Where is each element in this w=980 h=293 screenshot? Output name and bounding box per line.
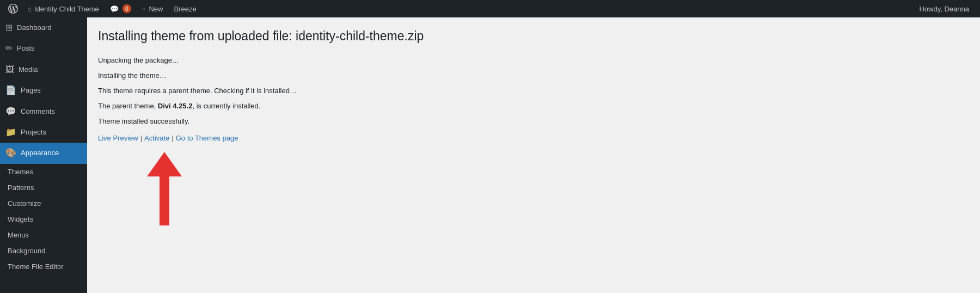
- log-line-4-post: , is currently installed.: [192, 102, 260, 110]
- red-up-arrow: [147, 152, 182, 225]
- admin-bar: ⌂ Identity Child Theme 💬 0 + New Breeze …: [0, 0, 980, 17]
- sidebar-label-comments: Comments: [21, 107, 55, 117]
- sidebar-sub-themes[interactable]: Themes: [0, 164, 87, 180]
- plus-icon: +: [142, 5, 146, 13]
- adminbar-comments[interactable]: 💬 0: [105, 0, 137, 17]
- sidebar-label-posts: Posts: [17, 44, 35, 53]
- goto-themes-link[interactable]: Go to Themes page: [176, 134, 238, 142]
- activate-link[interactable]: Activate: [144, 134, 169, 142]
- media-icon: 🖼: [5, 64, 14, 76]
- sidebar-item-appearance[interactable]: 🎨 Appearance: [0, 143, 87, 163]
- action-links: Live Preview|Activate|Go to Themes page: [98, 134, 969, 142]
- log-line-2: Installing the theme…: [98, 69, 969, 83]
- log-line-4-bold: Divi 4.25.2: [158, 102, 193, 110]
- sidebar-sub-patterns[interactable]: Patterns: [0, 180, 87, 196]
- log-line-4: The parent theme, Divi 4.25.2, is curren…: [98, 99, 969, 113]
- sidebar-sub-background[interactable]: Background: [0, 243, 87, 259]
- comments-count: 0: [122, 4, 131, 13]
- live-preview-link[interactable]: Live Preview: [98, 134, 138, 142]
- sidebar-label-media: Media: [19, 65, 38, 75]
- log-line-3: This theme requires a parent theme. Chec…: [98, 84, 969, 98]
- log-line-1: Unpacking the package…: [98, 53, 969, 68]
- install-log: Unpacking the package… Installing the th…: [98, 53, 969, 129]
- dashboard-icon: ⊞: [5, 22, 13, 34]
- sidebar-label-pages: Pages: [21, 86, 41, 95]
- new-label: New: [149, 5, 163, 13]
- sidebar-sub-customize[interactable]: Customize: [0, 196, 87, 211]
- sidebar-sub-menus[interactable]: Menus: [0, 227, 87, 243]
- adminbar-site-home[interactable]: ⌂ Identity Child Theme: [22, 0, 105, 17]
- posts-icon: ✏: [5, 42, 13, 54]
- sidebar-item-media[interactable]: 🖼 Media: [0, 59, 87, 80]
- sidebar-label-dashboard: Dashboard: [17, 23, 52, 33]
- sidebar-item-dashboard[interactable]: ⊞ Dashboard: [0, 17, 87, 38]
- wp-logo[interactable]: [4, 0, 22, 17]
- sidebar-label-appearance: Appearance: [21, 148, 59, 158]
- sidebar: ⊞ Dashboard ✏ Posts 🖼 Media 📄 Pages 💬 Co…: [0, 17, 87, 293]
- adminbar-plugin[interactable]: Breeze: [168, 0, 201, 17]
- comments-icon: 💬: [5, 106, 16, 118]
- site-name: Identity Child Theme: [34, 5, 99, 13]
- arrow-annotation: [98, 152, 969, 225]
- appearance-icon: 🎨: [5, 147, 16, 159]
- howdy-text: Howdy, Deanna: [919, 5, 969, 13]
- sep-1: |: [140, 134, 142, 142]
- page-title: Installing theme from uploaded file: ide…: [98, 28, 969, 45]
- log-line-4-pre: The parent theme,: [98, 102, 158, 110]
- projects-icon: 📁: [5, 126, 16, 138]
- sidebar-item-projects[interactable]: 📁 Projects: [0, 122, 87, 143]
- adminbar-new[interactable]: + New: [137, 0, 169, 17]
- plugin-label: Breeze: [174, 5, 196, 13]
- home-icon: ⌂: [27, 5, 32, 13]
- sidebar-sub-theme-file-editor[interactable]: Theme File Editor: [0, 259, 87, 274]
- arrow-head: [147, 152, 182, 176]
- main-content: Installing theme from uploaded file: ide…: [87, 17, 980, 293]
- sidebar-sub-widgets[interactable]: Widgets: [0, 211, 87, 227]
- sidebar-item-pages[interactable]: 📄 Pages: [0, 80, 87, 101]
- comment-icon: 💬: [110, 5, 119, 13]
- sep-2: |: [171, 134, 173, 142]
- sidebar-item-comments[interactable]: 💬 Comments: [0, 101, 87, 122]
- sidebar-item-posts[interactable]: ✏ Posts: [0, 38, 87, 59]
- pages-icon: 📄: [5, 84, 16, 96]
- log-line-5: Theme installed successfully.: [98, 114, 969, 129]
- layout: ⊞ Dashboard ✏ Posts 🖼 Media 📄 Pages 💬 Co…: [0, 17, 980, 293]
- adminbar-user: Howdy, Deanna: [912, 0, 976, 17]
- sidebar-label-projects: Projects: [21, 127, 46, 137]
- arrow-shaft: [160, 176, 169, 225]
